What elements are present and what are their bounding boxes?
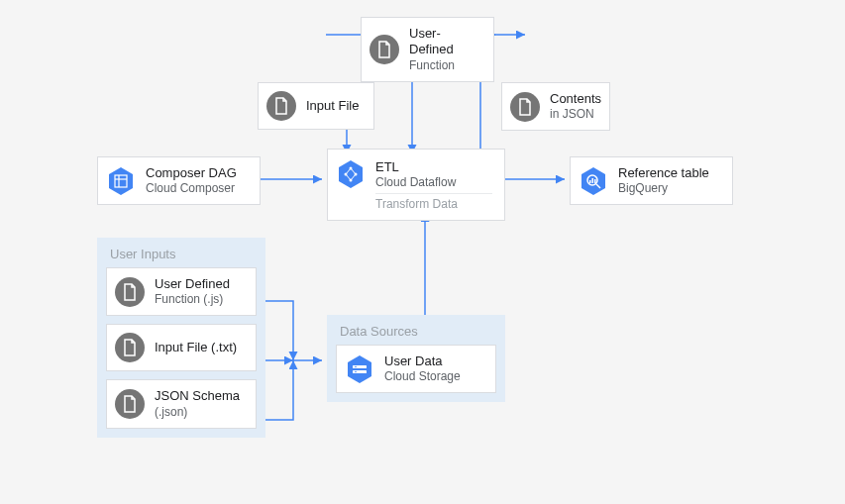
svg-point-19 <box>355 365 357 367</box>
node-title: Reference table <box>618 165 709 181</box>
node-title: JSON Schema <box>155 388 240 404</box>
node-input-txt: Input File (.txt) <box>106 324 257 371</box>
svg-rect-17 <box>353 365 367 368</box>
node-title: Input File (.txt) <box>155 340 237 355</box>
node-title: User Defined <box>155 276 230 292</box>
document-icon <box>510 92 540 122</box>
document-icon <box>115 277 145 307</box>
svg-rect-18 <box>353 370 367 373</box>
node-title: User Data <box>384 353 461 369</box>
node-contents-json: Contents in JSON <box>501 82 610 131</box>
node-subtitle: Function (.js) <box>155 292 230 307</box>
node-subtitle: Function <box>409 58 481 73</box>
node-user-data: User Data Cloud Storage <box>336 345 496 393</box>
document-icon <box>115 333 145 362</box>
group-title: Data Sources <box>336 324 496 339</box>
svg-rect-15 <box>592 178 594 183</box>
node-subtitle: Cloud Storage <box>384 369 461 384</box>
node-title: Composer DAG <box>146 165 237 181</box>
node-title: Contents <box>550 91 601 107</box>
node-composer-dag: Composer DAG Cloud Composer <box>97 156 261 205</box>
cloud-storage-icon <box>345 354 374 384</box>
node-etl-dataflow: ETL Cloud Dataflow Transform Data <box>327 149 505 221</box>
node-title: User-Defined <box>409 26 481 58</box>
node-json-schema: JSON Schema (.json) <box>106 379 257 428</box>
cloud-composer-icon <box>106 166 136 196</box>
document-icon <box>115 389 145 419</box>
group-user-inputs: User Inputs User Defined Function (.js) … <box>97 238 265 438</box>
node-input-file: Input File <box>258 82 374 130</box>
node-udf-js: User Defined Function (.js) <box>106 267 257 316</box>
group-data-sources: Data Sources User Data Cloud Storage <box>327 315 505 402</box>
node-reference-table: Reference table BigQuery <box>570 156 733 205</box>
svg-point-20 <box>355 370 357 372</box>
node-user-defined-function: User-Defined Function <box>361 17 494 82</box>
node-title: Input File <box>306 98 359 114</box>
document-icon <box>266 91 296 121</box>
node-title: ETL <box>375 159 492 175</box>
svg-rect-16 <box>594 179 596 183</box>
node-subtitle: in JSON <box>550 107 601 122</box>
cloud-dataflow-icon <box>336 159 366 189</box>
node-subtitle: Cloud Dataflow <box>375 175 492 190</box>
bigquery-icon <box>579 166 608 196</box>
node-subtitle: BigQuery <box>618 181 709 196</box>
svg-rect-14 <box>589 180 591 183</box>
document-icon <box>370 35 399 64</box>
group-title: User Inputs <box>106 247 257 261</box>
node-description: Transform Data <box>375 193 492 212</box>
node-subtitle: Cloud Composer <box>146 181 237 196</box>
node-subtitle: (.json) <box>155 405 240 420</box>
